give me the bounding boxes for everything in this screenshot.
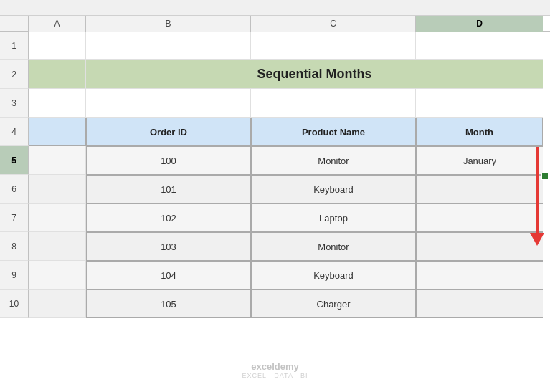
arrow-line xyxy=(536,147,539,233)
row-5: 5 100 Monitor January xyxy=(0,146,550,175)
cell-d9[interactable] xyxy=(416,261,543,290)
row-num-7: 7 xyxy=(0,204,29,232)
row-7: 7 102 Laptop xyxy=(0,204,550,232)
row-num-10: 10 xyxy=(0,290,29,318)
top-bar xyxy=(0,0,550,16)
col-header-c[interactable]: C xyxy=(251,16,416,32)
cell-a5[interactable] xyxy=(29,146,86,175)
cell-a2[interactable] xyxy=(29,60,86,89)
row-num-1: 1 xyxy=(0,32,29,60)
col-header-a[interactable]: A xyxy=(29,16,86,32)
arrow-head xyxy=(530,233,544,246)
row-6: 6 101 Keyboard xyxy=(0,175,550,204)
cell-a3[interactable] xyxy=(29,89,86,118)
row-num-9: 9 xyxy=(0,261,29,290)
row-num-6: 6 xyxy=(0,175,29,204)
cell-c7[interactable]: Laptop xyxy=(251,204,416,232)
cell-c9[interactable]: Keyboard xyxy=(251,261,416,290)
row-3: 3 xyxy=(0,89,550,118)
row-num-5: 5 xyxy=(0,146,29,175)
cell-b8[interactable]: 103 xyxy=(86,232,251,261)
cell-a4[interactable] xyxy=(29,118,86,146)
corner-cell xyxy=(0,16,29,31)
cell-c1[interactable] xyxy=(251,32,416,60)
cell-c3[interactable] xyxy=(251,89,416,118)
cell-b3[interactable] xyxy=(86,89,251,118)
cell-d10[interactable] xyxy=(416,290,543,318)
row-10: 10 105 Charger xyxy=(0,290,550,318)
cell-b1[interactable] xyxy=(86,32,251,60)
cell-d1[interactable] xyxy=(416,32,543,60)
row-num-4: 4 xyxy=(0,118,29,146)
col-headers: A B C D xyxy=(0,16,550,32)
col-header-d[interactable]: D xyxy=(416,16,543,32)
cell-d6[interactable] xyxy=(416,175,543,204)
cell-d7[interactable] xyxy=(416,204,543,232)
row-4: 4 Order ID Product Name Month xyxy=(0,118,550,146)
cell-a10[interactable] xyxy=(29,290,86,318)
row-9: 9 104 Keyboard xyxy=(0,261,550,290)
row-num-2: 2 xyxy=(0,60,29,89)
cell-d8[interactable] xyxy=(416,232,543,261)
row-num-3: 3 xyxy=(0,89,29,118)
cell-a7[interactable] xyxy=(29,204,86,232)
row-num-8: 8 xyxy=(0,232,29,261)
cell-b9[interactable]: 104 xyxy=(86,261,251,290)
cell-a1[interactable] xyxy=(29,32,86,60)
grid: 1 2 Sequential Months 3 4 Order ID Produ… xyxy=(0,32,550,318)
cell-b4-order-id[interactable]: Order ID xyxy=(86,118,251,146)
watermark-logo: exceldemy xyxy=(242,361,308,372)
col-header-b[interactable]: B xyxy=(86,16,251,32)
cell-a6[interactable] xyxy=(29,175,86,204)
row-2: 2 Sequential Months xyxy=(0,60,550,89)
cell-d4-month[interactable]: Month xyxy=(416,118,543,146)
cell-c8[interactable]: Monitor xyxy=(251,232,416,261)
cell-d3[interactable] xyxy=(416,89,543,118)
spreadsheet: A B C D 1 2 Sequential Months 3 xyxy=(0,0,550,392)
cell-b10[interactable]: 105 xyxy=(86,290,251,318)
cell-d5[interactable]: January xyxy=(416,146,543,175)
cell-b7[interactable]: 102 xyxy=(86,204,251,232)
watermark: exceldemy EXCEL · DATA · BI xyxy=(242,361,308,379)
cell-b6[interactable]: 101 xyxy=(86,175,251,204)
row-1: 1 xyxy=(0,32,550,60)
cell-a8[interactable] xyxy=(29,232,86,261)
cell-c4-product-name[interactable]: Product Name xyxy=(251,118,416,146)
watermark-sub: EXCEL · DATA · BI xyxy=(242,372,308,379)
cell-c5[interactable]: Monitor xyxy=(251,146,416,175)
cell-c10[interactable]: Charger xyxy=(251,290,416,318)
title-cell[interactable]: Sequential Months xyxy=(86,60,543,89)
cell-c6[interactable]: Keyboard xyxy=(251,175,416,204)
arrow-down xyxy=(530,147,544,246)
row-8: 8 103 Monitor xyxy=(0,232,550,261)
cell-b5[interactable]: 100 xyxy=(86,146,251,175)
cell-a9[interactable] xyxy=(29,261,86,290)
